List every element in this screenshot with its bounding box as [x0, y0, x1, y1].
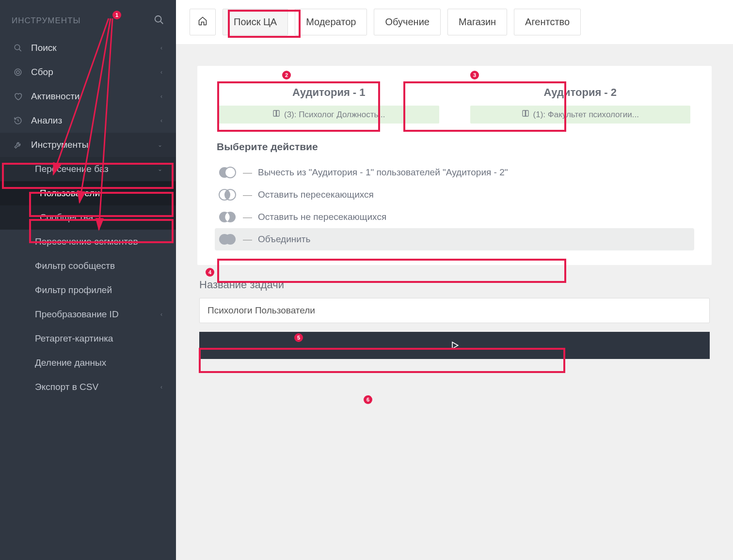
sidebar-item-label: Деление данных — [35, 358, 106, 368]
tab-training[interactable]: Обучение — [374, 9, 440, 35]
dash: — — [243, 234, 252, 245]
sidebar-item-label: Фильтр сообществ — [35, 261, 115, 271]
task-section: Название задачи — [197, 279, 712, 359]
action-section-title: Выберите действие — [217, 141, 694, 153]
book-icon — [522, 109, 529, 120]
sidebar-item-label: Пользователи — [40, 188, 100, 199]
tab-moderator[interactable]: Модератор — [295, 9, 367, 35]
tab-shop[interactable]: Магазин — [447, 9, 507, 35]
sidebar-item-label: Анализ — [31, 115, 62, 126]
audience-1-chip-text: (3): Психолог Должность... — [284, 110, 385, 120]
action-label: Объединить — [258, 234, 310, 245]
chevron-left-icon: ‹ — [160, 311, 162, 318]
sidebar-subitem-filter-comm[interactable]: Фильтр сообществ — [0, 254, 176, 278]
audience-2-title: Аудитория - 2 — [470, 86, 691, 99]
chevron-left-icon: ‹ — [160, 117, 162, 124]
audience-2-box[interactable]: Аудитория - 2 (1): Факультет психологии.… — [466, 80, 695, 129]
svg-point-2 — [15, 45, 20, 50]
home-icon — [198, 16, 207, 26]
content: Аудитория - 1 (3): Психолог Должность...… — [176, 45, 733, 371]
venn-union-icon — [218, 233, 237, 246]
task-label-row: Название задачи — [199, 279, 710, 291]
sidebar-item-label: Активности — [31, 91, 80, 102]
action-label: Вычесть из "Аудитория - 1" пользователей… — [258, 167, 508, 178]
top-nav: Поиск ЦА Модератор Обучение Магазин Аген… — [176, 0, 733, 45]
sidebar-item-label: Инструменты — [31, 140, 88, 150]
svg-point-4 — [15, 69, 21, 76]
svg-point-0 — [155, 16, 161, 22]
sidebar-subitem-split[interactable]: Деление данных — [0, 351, 176, 375]
wrench-icon — [12, 140, 24, 149]
target-icon — [12, 68, 24, 77]
svg-point-13 — [225, 234, 236, 245]
heart-icon — [12, 92, 24, 101]
run-button[interactable] — [199, 332, 710, 359]
dash: — — [243, 167, 252, 178]
action-label: Оставить пересекающихся — [258, 189, 374, 200]
svg-marker-14 — [452, 342, 458, 348]
sidebar-item-label: Преобразование ID — [35, 309, 119, 320]
chevron-down-icon: ⌄ — [158, 166, 162, 172]
sidebar-item-label: Ретаргет-картинка — [35, 333, 113, 344]
chevron-left-icon: ‹ — [160, 69, 162, 76]
audience-row: Аудитория - 1 (3): Психолог Должность...… — [215, 80, 694, 129]
sidebar-item-label: Фильтр профилей — [35, 285, 112, 296]
tab-agency[interactable]: Агентство — [514, 9, 581, 35]
chevron-left-icon: ‹ — [160, 384, 162, 390]
chevron-left-icon: ‹ — [160, 45, 162, 51]
audience-2-chip-text: (1): Факультет психологии... — [533, 110, 639, 120]
sidebar-item-label: Экспорт в CSV — [35, 382, 98, 392]
sidebar-subitem-filter-prof[interactable]: Фильтр профилей — [0, 278, 176, 302]
chevron-down-icon: ⌄ — [158, 141, 162, 148]
play-icon — [450, 341, 460, 350]
main-area: Поиск ЦА Модератор Обучение Магазин Аген… — [176, 0, 733, 560]
sidebar-item-label: Пересечение сегментов — [35, 236, 138, 247]
sidebar-item-label: Пересечение баз — [35, 164, 109, 174]
audience-1-title: Аудитория - 1 — [219, 86, 439, 99]
main-panel: Аудитория - 1 (3): Психолог Должность...… — [197, 66, 712, 265]
sidebar-subitem-export[interactable]: Экспорт в CSV ‹ — [0, 375, 176, 399]
dash: — — [243, 212, 252, 222]
home-button[interactable] — [190, 9, 216, 35]
sidebar-item-analysis[interactable]: Анализ ‹ — [0, 109, 176, 133]
search-icon — [12, 44, 24, 52]
svg-line-3 — [19, 49, 21, 51]
venn-intersect-icon — [218, 188, 237, 201]
svg-point-5 — [16, 71, 19, 74]
sidebar-subitem-transform-id[interactable]: Преобразование ID ‹ — [0, 302, 176, 327]
audience-1-box[interactable]: Аудитория - 1 (3): Психолог Должность... — [215, 80, 443, 129]
venn-exclude-icon — [218, 211, 237, 223]
sidebar-title: ИНСТРУМЕНТЫ — [12, 16, 81, 26]
sidebar-item-collect[interactable]: Сбор ‹ — [0, 60, 176, 84]
sidebar-item-label: Сбор — [31, 67, 53, 78]
sidebar-subitem-retarget[interactable]: Ретаргет-картинка — [0, 327, 176, 351]
audience-2-chip[interactable]: (1): Факультет психологии... — [470, 106, 691, 124]
task-label: Название задачи — [199, 279, 284, 291]
sidebar-item-search[interactable]: Поиск ‹ — [0, 36, 176, 60]
sidebar-subitem-users[interactable]: Пользователи — [0, 181, 176, 205]
action-label: Оставить не пересекающихся — [258, 212, 386, 222]
tab-search-ca[interactable]: Поиск ЦА — [223, 9, 288, 35]
book-icon — [272, 109, 280, 120]
sidebar-item-activity[interactable]: Активности ‹ — [0, 84, 176, 109]
action-union[interactable]: — Объединить — [215, 228, 694, 250]
audience-1-chip[interactable]: (3): Психолог Должность... — [219, 106, 439, 124]
search-icon[interactable] — [154, 15, 164, 27]
chevron-left-icon: ‹ — [160, 93, 162, 100]
history-icon — [12, 116, 24, 125]
dash: — — [243, 189, 252, 200]
sidebar-item-instruments[interactable]: Инструменты ⌄ — [0, 133, 176, 157]
sidebar-item-label: Поиск — [31, 43, 57, 53]
sidebar-subitem-segments[interactable]: Пересечение сегментов — [0, 230, 176, 254]
venn-subtract-icon — [218, 166, 237, 179]
action-intersect[interactable]: — Оставить пересекающихся — [215, 184, 694, 206]
svg-line-1 — [160, 21, 163, 24]
sidebar: ИНСТРУМЕНТЫ Поиск ‹ Сбор ‹ Активности ‹ … — [0, 0, 176, 560]
sidebar-header: ИНСТРУМЕНТЫ — [0, 9, 176, 36]
sidebar-subitem-communities[interactable]: Сообщества — [0, 205, 176, 230]
sidebar-subitem-intersect[interactable]: Пересечение баз ⌄ — [0, 157, 176, 181]
action-subtract[interactable]: — Вычесть из "Аудитория - 1" пользовател… — [215, 161, 694, 184]
action-exclude[interactable]: — Оставить не пересекающихся — [215, 206, 694, 228]
task-name-input[interactable] — [199, 298, 710, 323]
svg-point-7 — [225, 167, 236, 178]
